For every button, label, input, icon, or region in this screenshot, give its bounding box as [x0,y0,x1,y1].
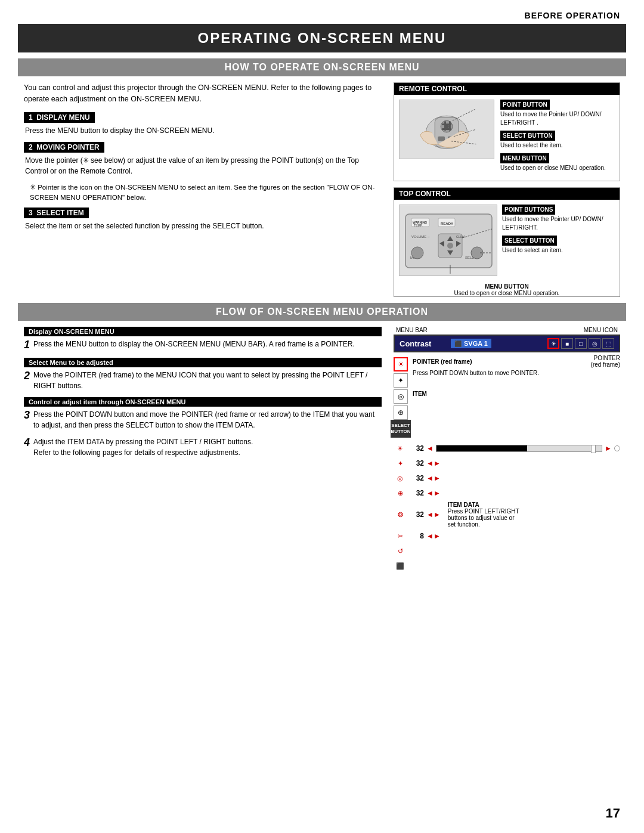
data-row-7: ↺ [394,544,620,558]
main-title: OPERATING ON-SCREEN MENU [18,24,626,52]
flow-content: Display ON-SCREEN MENU 1 Press the MENU … [18,327,626,574]
menu-svga: ⬛ SVGA 1 [451,339,491,348]
pointer-label: POINTER (red frame) [591,355,620,368]
data-row-5: ❂ 32 ◄► ITEM DATA Press POINT LEFT/RIGHT… [394,501,620,528]
step2-title: 2 MOVING POINTER [24,142,104,153]
section1-two-col: You can control and adjust this projecto… [24,82,620,297]
flow-right: MENU BAR MENU ICON Contrast ⬛ SVGA 1 ☀ ■… [394,327,620,574]
menu-icon-5: ⬚ [602,338,614,349]
remote-label-menu: MENU BUTTON Used to open or close MENU o… [500,153,615,172]
top-control-title: TOP CONTROL [394,188,620,200]
data-bar-fill-1 [436,445,527,451]
remote-image [399,100,494,159]
section1-header: HOW TO OPERATE ON-SCREEN MENU [18,58,626,76]
item-icon-3: ⊕ [394,405,408,420]
data-arrow-5: ◄► [426,510,441,519]
remote-label-select: SELECT BUTTON Used to select the item. [500,131,615,150]
pointer-icon: ☀ [394,357,408,371]
step3-select-item: 3 SELECT ITEM Select the item or set the… [24,208,382,231]
item-data-note: ITEM DATA Press POINT LEFT/RIGHT buttons… [448,501,519,528]
select-btn-icon: SELECTBUTTON [394,422,408,436]
data-icon-8: ⬛ [394,559,407,572]
data-dot-1 [614,445,620,451]
flow-step2: Select Menu to be adjusted 2 Move the PO… [24,358,382,391]
svg-text:TEMP.: TEMP. [414,224,423,227]
svg-text:CLUM: CLUM [456,235,465,239]
svg-text:READY: READY [441,222,453,225]
remote-control-box: REMOTE CONTROL [394,82,620,181]
flow-step1: Display ON-SCREEN MENU 1 Press the MENU … [24,327,382,352]
data-bar-marker-1 [591,445,596,453]
flow-step2-text: Move the POINTER (red frame) to the MENU… [33,370,382,391]
data-arrow-3: ◄► [426,474,441,482]
intro-text: You can control and adjust this projecto… [24,82,382,105]
menu-icons: ☀ ■ □ ◎ ⬚ [547,338,614,349]
section1-left: You can control and adjust this projecto… [24,82,382,297]
data-value-3: 32 [409,474,424,482]
remote-label-point: POINT BUTTON Used to move the Pointer UP… [500,100,615,127]
section2-content: Display ON-SCREEN MENU 1 Press the MENU … [18,327,626,574]
svg-text:VOLUME –: VOLUME – [411,235,430,239]
menu-bar-display: Contrast ⬛ SVGA 1 ☀ ■ □ ◎ ⬚ [394,335,620,352]
top-label-select: SELECT BUTTON Used to select an item. [502,236,615,255]
data-row-6: ✂ 8 ◄► [394,529,620,543]
flow-step4-text: Adjust the ITEM DATA by pressing the POI… [33,436,382,458]
page-number: 17 [606,806,620,821]
data-icon-6: ✂ [394,529,407,543]
menu-icon-2: ■ [561,338,573,349]
menu-bar-labels: MENU BAR MENU ICON [394,327,620,333]
top-control-svg: WARNING TEMP. READY VOLUME – [400,205,497,276]
remote-control-title: REMOTE CONTROL [394,83,620,95]
data-value-4: 32 [409,489,424,497]
data-icon-2: ✦ [394,457,407,470]
flow-step1-label: Display ON-SCREEN MENU [24,327,382,336]
pointer-right-labels: POINTER (red frame) [591,355,620,436]
flow-step3-content: 3 Press the POINT DOWN button and move t… [24,409,382,431]
svg-rect-6 [444,121,446,131]
section1-content: You can control and adjust this projecto… [0,82,644,297]
data-icon-5: ❂ [394,508,407,521]
data-icon-7: ↺ [394,544,407,558]
svg-point-25 [447,243,453,249]
step2-body: Move the pointer (✳ see below) or adjust… [25,155,382,176]
menu-icon-4: ◎ [589,338,600,349]
menu-contrast-text: Contrast [400,339,447,348]
header-title: BEFORE OPERATION [525,11,620,20]
flow-step1-text: Press the MENU button to display the ON-… [33,339,382,349]
flow-step3-text: Press the POINT DOWN button and move the… [33,409,382,431]
top-diagram: WARNING TEMP. READY VOLUME – [394,200,620,281]
data-row-4: ⊕ 32 ◄► [394,487,620,500]
svg-point-28 [411,247,423,259]
data-arrow-6: ◄► [426,532,441,540]
data-value-5: 32 [409,510,424,519]
data-icon-4: ⊕ [394,487,407,500]
top-control-labels: POINT BUTTONS Used to move the Pointer U… [502,205,615,258]
flow-left: Display ON-SCREEN MENU 1 Press the MENU … [24,327,382,574]
pointer-items-area: ☀ ✦ ◎ ⊕ SELECTBUTTON POINTER (red frame)… [394,355,620,436]
data-bar-1 [436,445,602,452]
data-arrow-left-1: ◄ [426,444,434,453]
flow-step3-label: Control or adjust item through ON-SCREEN… [24,397,382,407]
step3-title: 3 SELECT ITEM [24,208,89,218]
data-row-3: ◎ 32 ◄► [394,472,620,485]
item-label: ITEM [413,389,586,398]
section1-right: REMOTE CONTROL [394,82,620,297]
data-arrow-4: ◄► [426,489,441,497]
remote-diagram: POINT BUTTON Used to move the Pointer UP… [394,95,620,181]
flow-step3: Control or adjust item through ON-SCREEN… [24,397,382,431]
menu-bar-label: MENU BAR [396,327,428,333]
data-icon-3: ◎ [394,472,407,485]
data-rows-area: ☀ 32 ◄ ► ✦ 32 ◄► ◎ [394,442,620,572]
pointer-note2: Press POINT DOWN button to move POINTER. [413,368,586,377]
data-row-8: ⬛ [394,559,620,572]
svg-rect-7 [449,121,451,131]
data-value-2: 32 [409,459,424,467]
data-value-1: 32 [409,444,424,453]
menu-button-note: MENU BUTTON Used to open or close MENU o… [394,283,620,296]
step1-display-menu: 1 DISPLAY MENU Press the MENU button to … [24,112,382,136]
flow-step4: 4 Adjust the ITEM DATA by pressing the P… [24,436,382,458]
svg-rect-8 [438,137,445,141]
data-arrow-right-1: ► [605,444,612,453]
remote-labels: POINT BUTTON Used to move the Pointer UP… [500,100,615,176]
svg-line-10 [453,109,476,120]
